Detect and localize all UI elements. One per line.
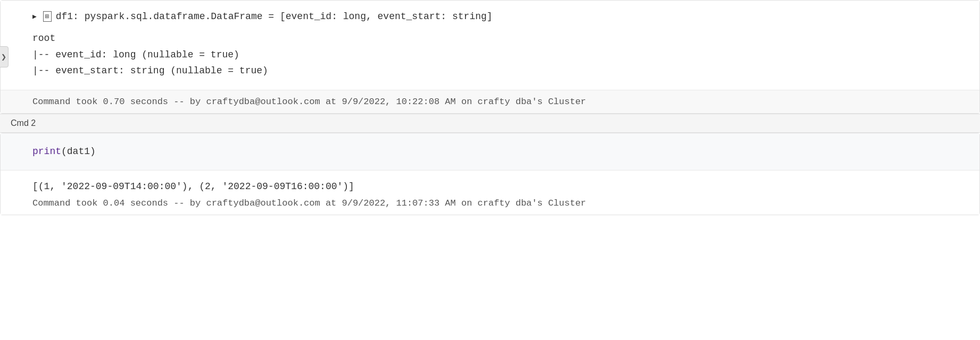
schema-block: root |-- event_id: long (nullable = true… bbox=[32, 30, 958, 79]
cmd2-label: Cmd 2 bbox=[0, 114, 980, 133]
cmd2-command-took: Command took 0.04 seconds -- by craftydb… bbox=[32, 198, 958, 208]
cmd1-command-took: Command took 0.70 seconds -- by craftydb… bbox=[1, 90, 979, 113]
cmd2-result-line: [(1, '2022-09-09T14:00:00'), (2, '2022-0… bbox=[32, 181, 958, 192]
code-args: (dat1) bbox=[61, 146, 96, 157]
cmd2-code-cell: print(dat1) [(1, '2022-09-09T14:00:00'),… bbox=[0, 133, 980, 215]
table-icon: ⊞ bbox=[43, 11, 52, 22]
expand-arrow-icon[interactable]: ▶ bbox=[32, 12, 37, 21]
chevron-left-icon: ❯ bbox=[1, 53, 6, 61]
cmd2-output-area: [(1, '2022-09-09T14:00:00'), (2, '2022-0… bbox=[1, 171, 979, 215]
code-keyword-print: print bbox=[32, 146, 61, 157]
cmd1-output-cell: ▶ ⊞ df1: pyspark.sql.dataframe.DataFrame… bbox=[0, 0, 980, 114]
sidebar-collapse-button[interactable]: ❯ bbox=[0, 46, 9, 67]
cmd2-code-input[interactable]: print(dat1) bbox=[1, 133, 979, 171]
dataframe-info-line: ▶ ⊞ df1: pyspark.sql.dataframe.DataFrame… bbox=[32, 11, 958, 22]
